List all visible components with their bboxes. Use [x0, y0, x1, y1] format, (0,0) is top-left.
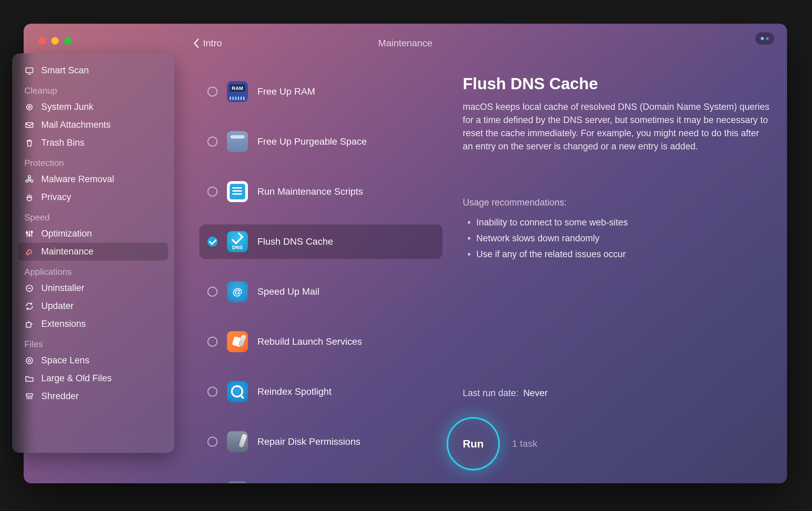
app-window: Intro Maintenance Free Up RAM Free Up Pu…	[24, 24, 787, 483]
scripts-icon	[227, 181, 248, 202]
svg-point-5	[28, 175, 31, 178]
task-checkbox[interactable]	[207, 437, 218, 447]
sidebar-item-privacy[interactable]: Privacy	[18, 188, 168, 206]
task-checkbox[interactable]	[207, 187, 218, 197]
task-checkbox[interactable]	[207, 87, 218, 97]
sidebar-item-label: Uninstaller	[41, 283, 84, 293]
sidebar-item-label: Optimization	[41, 228, 92, 239]
sidebar-group-cleanup: Cleanup	[18, 79, 168, 98]
sidebar-item-large-old-files[interactable]: Large & Old Files	[18, 369, 168, 387]
svg-rect-3	[26, 123, 33, 127]
svg-point-1	[27, 104, 32, 110]
run-button[interactable]: Run	[447, 417, 500, 470]
svg-rect-0	[26, 68, 33, 72]
window-controls	[39, 37, 72, 45]
task-label: Rebuild Launch Services	[257, 336, 362, 347]
sidebar-item-mail-attachments[interactable]: Mail Attachments	[18, 116, 168, 134]
sidebar-item-label: Malware Removal	[41, 174, 114, 185]
sidebar-item-label: Smart Scan	[41, 65, 89, 76]
task-label: Free Up RAM	[257, 86, 315, 97]
sidebar-item-label: System Junk	[41, 102, 94, 112]
selected-task-count: 1 task	[512, 438, 537, 449]
sidebar-group-applications: Applications	[18, 261, 168, 279]
sidebar-item-smart-scan[interactable]: Smart Scan	[18, 62, 168, 79]
assistant-dot-icon	[766, 37, 769, 40]
task-label: Free Up Purgeable Space	[257, 136, 367, 147]
fullscreen-window-button[interactable]	[64, 37, 72, 45]
shredder-icon	[24, 391, 34, 402]
task-detail-pane: Flush DNS Cache macOS keeps local cache …	[463, 74, 770, 262]
sidebar-item-optimization[interactable]: Optimization	[18, 225, 168, 243]
sidebar-item-space-lens[interactable]: Space Lens	[18, 351, 168, 369]
svg-point-14	[28, 359, 31, 362]
task-row-repair-permissions[interactable]: Repair Disk Permissions	[199, 424, 442, 459]
wrench-icon	[24, 247, 34, 257]
sidebar-item-malware-removal[interactable]: Malware Removal	[18, 170, 168, 188]
svg-point-4	[28, 178, 31, 180]
run-area: Run 1 task	[447, 417, 537, 470]
sidebar-item-label: Mail Attachments	[41, 120, 111, 130]
sidebar-item-label: Privacy	[41, 192, 71, 202]
biohazard-icon	[24, 174, 34, 185]
assistant-button[interactable]	[755, 32, 774, 45]
svg-rect-15	[26, 393, 33, 396]
task-checkbox[interactable]	[207, 337, 218, 347]
task-row-speed-up-mail[interactable]: Speed Up Mail	[199, 274, 442, 309]
sidebar-item-label: Maintenance	[41, 246, 94, 257]
usage-item: Use if any of the related issues occur	[463, 246, 770, 262]
task-row-reindex-spotlight[interactable]: Reindex Spotlight	[199, 374, 442, 409]
dns-icon	[227, 231, 248, 252]
usage-recommendations-list: Inability to connect to some web-sites N…	[463, 215, 770, 262]
task-checkbox[interactable]	[207, 137, 218, 147]
sidebar-item-updater[interactable]: Updater	[18, 297, 168, 315]
detail-description: macOS keeps local cache of resolved DNS …	[463, 100, 770, 153]
topbar: Intro Maintenance	[24, 33, 787, 53]
minimize-window-button[interactable]	[51, 37, 59, 45]
sidebar-item-shredder[interactable]: Shredder	[18, 387, 168, 405]
back-label: Intro	[203, 38, 222, 49]
last-run-row: Last run date: Never	[463, 388, 548, 398]
task-label: Reindex Spotlight	[257, 386, 331, 397]
sidebar-group-speed: Speed	[18, 206, 168, 225]
svg-point-7	[31, 180, 33, 182]
sidebar-group-protection: Protection	[18, 152, 168, 170]
task-row-maintenance-scripts[interactable]: Run Maintenance Scripts	[199, 174, 442, 209]
ram-icon	[227, 81, 248, 102]
task-checkbox[interactable]	[207, 237, 218, 247]
back-button[interactable]: Intro	[194, 38, 222, 49]
task-checkbox[interactable]	[207, 287, 218, 297]
svg-point-2	[28, 106, 30, 108]
sidebar-item-label: Updater	[41, 301, 74, 311]
refresh-icon	[24, 301, 34, 311]
last-run-value: Never	[523, 388, 548, 398]
launch-services-icon	[227, 331, 248, 352]
svg-rect-12	[26, 322, 31, 327]
task-row-free-up-ram[interactable]: Free Up RAM	[199, 74, 442, 109]
detail-title: Flush DNS Cache	[463, 74, 770, 93]
sidebar-item-label: Shredder	[41, 391, 79, 402]
task-row-time-machine-thinning[interactable]: Time Machine Snapshot Thinning	[199, 474, 442, 483]
sidebar-item-label: Extensions	[41, 319, 86, 329]
task-label: Speed Up Mail	[257, 286, 320, 297]
run-button-label: Run	[463, 438, 484, 450]
sidebar-item-label: Trash Bins	[41, 138, 84, 148]
usage-recommendations-title: Usage recommendations:	[463, 197, 770, 208]
usage-item: Network slows down randomly	[463, 230, 770, 246]
sidebar-item-uninstaller[interactable]: Uninstaller	[18, 279, 168, 297]
disk-permissions-icon	[227, 431, 248, 452]
sidebar-item-maintenance[interactable]: Maintenance	[18, 243, 168, 261]
sidebar-item-trash-bins[interactable]: Trash Bins	[18, 134, 168, 152]
close-window-button[interactable]	[39, 37, 46, 45]
svg-point-6	[26, 180, 28, 182]
trash-icon	[24, 138, 34, 148]
sidebar-item-extensions[interactable]: Extensions	[18, 315, 168, 333]
sidebar-item-system-junk[interactable]: System Junk	[18, 98, 168, 116]
task-checkbox[interactable]	[207, 387, 218, 397]
folder-icon	[24, 373, 34, 384]
envelope-icon	[24, 120, 34, 130]
svg-point-13	[26, 357, 33, 364]
task-row-rebuild-launch[interactable]: Rebuild Launch Services	[199, 324, 442, 359]
task-row-free-up-purgeable[interactable]: Free Up Purgeable Space	[199, 124, 442, 159]
last-run-label: Last run date:	[463, 388, 518, 398]
task-row-flush-dns[interactable]: Flush DNS Cache	[199, 224, 442, 259]
